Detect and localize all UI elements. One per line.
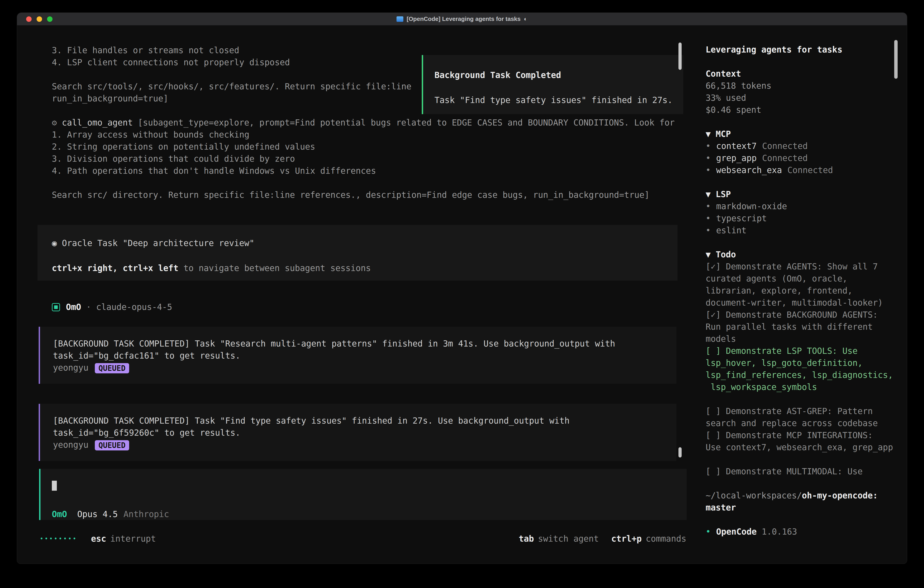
session-indicator-icon: ◐ xyxy=(524,15,528,23)
record-icon: ◉ xyxy=(52,238,57,248)
lsp-item: •typescript xyxy=(706,212,898,225)
todo-item: [ ] Demonstrate MCP INTEGRATIONS: Use co… xyxy=(706,429,898,453)
mcp-status: Connected xyxy=(787,165,833,175)
app-version: 1.0.163 xyxy=(762,527,797,537)
gear-icon: ⚙ xyxy=(52,118,57,127)
bullet-icon: • xyxy=(706,141,711,151)
lsp-name: markdown-oxide xyxy=(716,202,787,211)
lsp-item: •eslint xyxy=(706,225,898,236)
message-line: task_id="bg_6f59260c" to get results. xyxy=(53,427,676,439)
mcp-item: •context7Connected xyxy=(706,140,898,152)
window-title-group: [OpenCode] Leveraging agents for tasks ◐ xyxy=(396,15,527,23)
sidebar: Leveraging agents for tasks Context 66,5… xyxy=(687,25,907,564)
minimize-button[interactable] xyxy=(36,17,42,22)
window-title: [OpenCode] Leveraging agents for tasks xyxy=(406,15,520,23)
shortcut-description: to navigate between subagent sessions xyxy=(183,263,371,273)
close-button[interactable] xyxy=(26,17,31,22)
mcp-section-heading[interactable]: ▼MCP xyxy=(706,128,898,140)
mcp-status: Connected xyxy=(762,153,808,163)
toast-body: Task "Find type safety issues" finished … xyxy=(434,94,683,106)
todo-item: [ ] Demonstrate MULTIMODAL: Use xyxy=(706,466,898,477)
context-spent: $0.46 spent xyxy=(706,104,898,116)
oracle-task-panel: ◉Oracle Task "Deep architecture review" … xyxy=(38,225,678,281)
message-line: task_id="bg_dcfac161" to get results. xyxy=(53,350,676,362)
sidebar-scrollbar-thumb[interactable] xyxy=(894,40,898,79)
scrollback-line: 1. Array access without bounds checking xyxy=(52,129,687,141)
chat-scrollbar-thumb[interactable] xyxy=(678,447,681,458)
prompt-input[interactable]: OmO Opus 4.5 Anthropic xyxy=(39,469,686,520)
app-version-line: •OpenCode1.0.163 xyxy=(706,526,898,538)
background-task-toast[interactable]: Background Task Completed Task "Find typ… xyxy=(422,55,683,114)
lsp-heading-label: LSP xyxy=(716,189,731,199)
todo-item: [✓] Demonstrate AGENTS: Show all 7 curat… xyxy=(706,261,898,309)
app-name: OpenCode xyxy=(716,527,757,537)
collapse-icon: ▼ xyxy=(706,249,711,259)
window-titlebar[interactable]: [OpenCode] Leveraging agents for tasks ◐ xyxy=(17,13,907,25)
todo-section-heading[interactable]: ▼Todo xyxy=(706,249,898,261)
agent-name: OmO xyxy=(66,301,81,313)
lsp-section-heading[interactable]: ▼LSP xyxy=(706,188,898,200)
esc-key-hint: esc xyxy=(91,533,106,545)
input-footer: OmO Opus 4.5 Anthropic xyxy=(52,508,686,520)
ctrlp-key-label: commands xyxy=(646,533,686,545)
agent-header: OmO · claude-opus-4-5 xyxy=(52,301,687,313)
message-line: [BACKGROUND TASK COMPLETED] Task "Resear… xyxy=(53,338,676,350)
input-agent-name: OmO xyxy=(52,508,67,520)
lsp-name: eslint xyxy=(716,226,747,235)
scrollback-line: 3. File handles or streams not closed xyxy=(52,45,687,56)
folder-icon xyxy=(396,17,403,22)
mcp-name: context7 xyxy=(716,141,757,151)
assistant-message: [BACKGROUND TASK COMPLETED] Task "Find t… xyxy=(39,404,676,461)
context-used: 33% used xyxy=(706,92,898,104)
todo-item: [✓] Demonstrate BACKGROUND AGENTS: Run p… xyxy=(706,309,898,345)
bullet-icon: • xyxy=(706,213,711,223)
terminal-window: [OpenCode] Leveraging agents for tasks ◐… xyxy=(17,13,907,564)
workspace-path: ~/local-workspaces/oh-my-opencode: xyxy=(706,489,898,502)
oracle-task-title: Oracle Task "Deep architecture review" xyxy=(62,238,254,248)
mcp-item: •websearch_exaConnected xyxy=(706,164,898,176)
chat-main: Background Task Completed Task "Find typ… xyxy=(17,25,687,564)
input-model-name: Opus 4.5 xyxy=(77,508,118,520)
scrollback-line: 2. String operations on potentially unde… xyxy=(52,141,687,153)
lsp-name: typescript xyxy=(716,213,767,223)
tool-call-line: ⚙call_omo_agent[subagent_type=explore, p… xyxy=(52,117,687,129)
shortcut-keys: ctrl+x right, ctrl+x left xyxy=(52,263,178,273)
bullet-icon: • xyxy=(706,165,711,175)
chat-scrollbar-thumb[interactable] xyxy=(678,43,681,70)
status-bar: •••••••• esc interrupt tab switch agent … xyxy=(40,533,686,545)
bullet-icon: • xyxy=(706,226,711,235)
zoom-button[interactable] xyxy=(47,17,53,22)
todo-item: [ ] Demonstrate AST-GREP: Pattern search… xyxy=(706,405,898,429)
lsp-item: •markdown-oxide xyxy=(706,200,898,212)
ctrlp-key-hint: ctrl+p xyxy=(611,533,642,545)
tool-args: [subagent_type=explore, prompt=Find pote… xyxy=(138,118,675,127)
message-meta: yeongyuQUEUED xyxy=(53,362,676,374)
bullet-icon: • xyxy=(706,527,711,537)
oracle-shortcut-line: ctrl+x right, ctrl+x leftto navigate bet… xyxy=(52,262,678,274)
message-line: [BACKGROUND TASK COMPLETED] Task "Find t… xyxy=(53,415,676,427)
status-badge: QUEUED xyxy=(95,440,129,451)
mcp-name: grep_app xyxy=(716,153,757,163)
tool-name: call_omo_agent xyxy=(62,118,133,127)
workspace-branch: master xyxy=(706,502,898,514)
bullet-icon: • xyxy=(706,202,711,211)
agent-icon xyxy=(52,303,60,311)
spinner-dots-icon: •••••••• xyxy=(40,533,77,545)
input-provider-name: Anthropic xyxy=(124,508,169,520)
context-tokens: 66,518 tokens xyxy=(706,80,898,92)
session-title: Leveraging agents for tasks xyxy=(706,44,898,56)
scrollback-line xyxy=(52,177,687,189)
input-line xyxy=(52,479,686,491)
status-bar-right: tab switch agent ctrl+p commands xyxy=(519,533,686,545)
scrollback-line: Search src/ directory. Return specific f… xyxy=(52,189,687,201)
toast-title: Background Task Completed xyxy=(434,69,683,81)
todo-heading-label: Todo xyxy=(716,249,736,259)
text-cursor xyxy=(52,481,57,491)
esc-key-label: interrupt xyxy=(110,533,156,545)
scrollback-line: 3. Division operations that could divide… xyxy=(52,153,687,165)
message-author: yeongyu xyxy=(53,440,88,450)
context-heading: Context xyxy=(706,68,898,80)
bullet-icon: • xyxy=(706,153,711,163)
workspace-path-prefix: ~/local-workspaces/ xyxy=(706,491,802,500)
oracle-task-title-line: ◉Oracle Task "Deep architecture review" xyxy=(52,237,678,249)
